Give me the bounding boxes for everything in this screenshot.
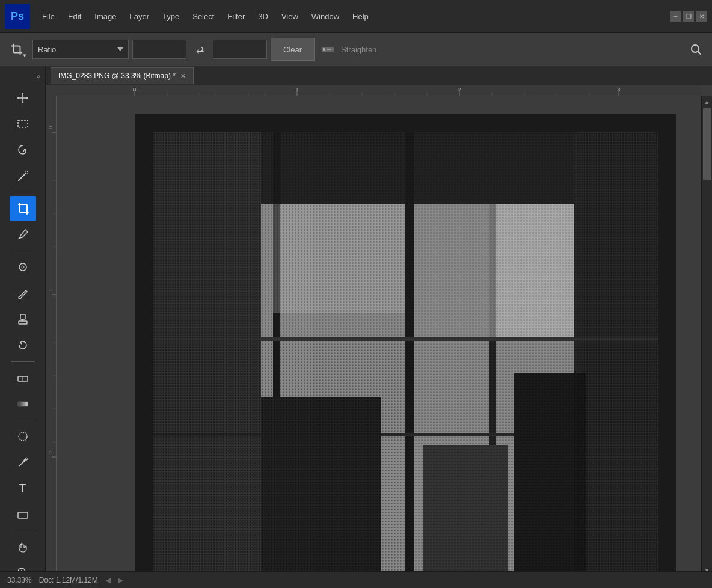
svg-rect-73 <box>153 132 261 577</box>
ratio-select[interactable]: Ratio W x H x Resolution Original Ratio … <box>32 40 129 59</box>
menu-layer[interactable]: Layer <box>124 8 156 25</box>
clear-button[interactable]: Clear <box>271 38 315 61</box>
menu-bar: Ps File Edit Image Layer Type Select Fil… <box>0 0 712 33</box>
svg-rect-75 <box>261 397 381 577</box>
swap-dimensions-button[interactable]: ⇄ <box>190 40 209 59</box>
scroll-up-button[interactable]: ▲ <box>703 97 711 106</box>
ruler-v-label-0: 0 <box>48 126 54 129</box>
ruler-left: 0 1 2 <box>46 96 57 588</box>
doc-size: Doc: 1.12M/1.12M <box>39 576 98 584</box>
scrollbar-right[interactable]: ▲ ▼ <box>701 96 712 576</box>
tab-close-button[interactable]: ✕ <box>180 72 186 80</box>
crop-icon <box>10 43 23 56</box>
ruler-v-label-2: 2 <box>48 451 54 454</box>
blur-tool-button[interactable] <box>10 424 36 449</box>
document-tab[interactable]: IMG_0283.PNG @ 33.3% (Bitmap) * ✕ <box>51 67 194 84</box>
minimize-button[interactable]: ─ <box>670 11 681 22</box>
magic-wand-tool-button[interactable] <box>10 164 36 188</box>
tool-separator-1 <box>11 192 35 192</box>
search-icon <box>690 43 702 55</box>
tool-separator-5 <box>11 531 35 531</box>
type-tool-button[interactable]: T <box>10 476 36 501</box>
ruler-corner <box>46 85 57 96</box>
svg-rect-74 <box>574 132 658 577</box>
canvas-area: IMG_0283.PNG @ 33.3% (Bitmap) * ✕ 0 1 2 … <box>46 66 712 588</box>
svg-line-8 <box>19 174 25 180</box>
svg-rect-18 <box>18 376 28 381</box>
svg-rect-7 <box>18 120 28 127</box>
hand-tool-button[interactable] <box>10 534 36 559</box>
ruler-top: 0 1 2 3 <box>57 85 701 96</box>
marquee-tool-button[interactable] <box>10 112 36 136</box>
svg-point-13 <box>19 263 26 271</box>
left-toolbar: » <box>0 66 46 588</box>
gradient-tool-button[interactable] <box>10 391 36 416</box>
tab-label: IMG_0283.PNG @ 33.3% (Bitmap) * <box>58 72 176 80</box>
menu-window[interactable]: Window <box>305 8 345 25</box>
swap-icon: ⇄ <box>196 44 204 55</box>
ps-logo: Ps <box>5 4 30 29</box>
svg-rect-1 <box>323 48 325 51</box>
svg-rect-23 <box>18 512 28 518</box>
close-button[interactable]: ✕ <box>696 11 707 22</box>
svg-point-21 <box>19 432 27 441</box>
svg-line-11 <box>27 171 28 172</box>
zoom-level: 33.33% <box>7 576 32 584</box>
ruler-tick-container-h: 0 1 2 3 <box>57 85 701 96</box>
ruler-v-label-1: 1 <box>48 289 54 292</box>
crop-tool-button[interactable]: ▼ <box>5 38 29 61</box>
brush-tool-button[interactable] <box>10 281 36 305</box>
menu-edit[interactable]: Edit <box>62 8 87 25</box>
image-area[interactable] <box>153 132 658 577</box>
status-arrow-left[interactable]: ◀ <box>105 576 111 584</box>
eyedropper-tool-button[interactable] <box>10 222 36 247</box>
canvas-viewport[interactable] <box>57 96 701 588</box>
tab-bar: IMG_0283.PNG @ 33.3% (Bitmap) * ✕ <box>46 66 712 85</box>
search-button[interactable] <box>684 38 707 61</box>
menu-type[interactable]: Type <box>156 8 185 25</box>
restore-button[interactable]: ❐ <box>683 11 694 22</box>
main-layout: » <box>0 66 712 588</box>
tool-separator-2 <box>11 251 35 251</box>
crop-dropdown-arrow: ▼ <box>22 53 27 58</box>
height-input[interactable] <box>213 40 267 59</box>
expand-panel-arrow[interactable]: » <box>34 70 43 83</box>
status-bar-bottom: 33.33% Doc: 1.12M/1.12M ◀ ▶ <box>0 571 712 588</box>
scroll-thumb-vertical[interactable] <box>703 108 711 180</box>
canvas-image <box>153 132 658 577</box>
svg-rect-76 <box>489 204 574 337</box>
document-canvas <box>135 114 676 588</box>
window-controls: ─ ❐ ✕ <box>670 11 707 22</box>
options-bar: ▼ Ratio W x H x Resolution Original Rati… <box>0 33 712 66</box>
menu-select[interactable]: Select <box>186 8 220 25</box>
straighten-area: Straighten <box>318 40 376 59</box>
move-tool-button[interactable] <box>10 85 36 110</box>
status-arrow-right[interactable]: ▶ <box>118 576 123 584</box>
tool-separator-3 <box>11 361 35 362</box>
crop-tool-toolbar-button[interactable] <box>10 196 36 221</box>
svg-rect-15 <box>20 314 25 319</box>
eraser-tool-button[interactable] <box>10 366 36 390</box>
svg-line-4 <box>698 52 701 55</box>
history-brush-button[interactable] <box>10 333 36 358</box>
menu-view[interactable]: View <box>275 8 304 25</box>
menu-filter[interactable]: Filter <box>221 8 251 25</box>
svg-rect-16 <box>19 321 27 324</box>
width-input[interactable] <box>132 40 186 59</box>
menu-file[interactable]: File <box>36 8 61 25</box>
svg-point-14 <box>22 266 24 268</box>
lasso-tool-button[interactable] <box>10 138 36 162</box>
healing-brush-button[interactable] <box>10 255 36 280</box>
shape-tool-button[interactable] <box>10 502 36 527</box>
menu-image[interactable]: Image <box>88 8 122 25</box>
menu-3d[interactable]: 3D <box>252 8 274 25</box>
tool-separator-4 <box>11 420 35 420</box>
svg-rect-20 <box>18 402 28 406</box>
pen-tool-button[interactable] <box>10 450 36 475</box>
menu-help[interactable]: Help <box>346 8 375 25</box>
stamp-tool-button[interactable] <box>10 307 36 331</box>
straighten-label: Straighten <box>341 45 376 54</box>
straighten-icon <box>318 40 337 59</box>
